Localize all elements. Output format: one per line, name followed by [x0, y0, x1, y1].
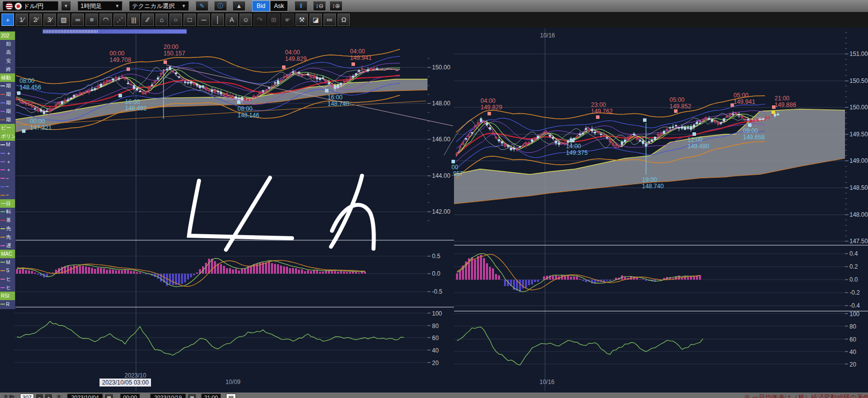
legend-item: 安	[0, 56, 15, 65]
draw-pencil-button[interactable]: ✎	[196, 1, 208, 11]
legend-color-dash	[0, 153, 5, 154]
calendar-from-button[interactable]: ▦	[104, 394, 114, 398]
legend-item: 始	[0, 40, 15, 48]
tool-parallel-lines[interactable]: ═	[72, 13, 84, 26]
info-button[interactable]: ⓘ	[214, 1, 227, 11]
zoom-out-button[interactable]: ↕ ⊖	[313, 1, 326, 11]
drawing-toolbar: ＋1∕2∕3∕▨═≡◠⋰|||∕∕⌂○□─│A☺↷⊞☛⚒◪≔Ω	[0, 12, 868, 27]
legend-item: 高	[0, 48, 15, 57]
legend-group-header: 202	[0, 31, 15, 40]
us-flag-icon	[6, 2, 13, 10]
tool-icon-stamp[interactable]: ☺	[240, 13, 252, 26]
tool-ruler[interactable]: ▨	[58, 13, 70, 26]
tool-settings-list[interactable]: ≔	[324, 13, 336, 26]
bar-unit-label: 本	[56, 394, 62, 398]
tool-magnet[interactable]: Ω	[338, 13, 350, 26]
tool-circle[interactable]: ○	[170, 13, 182, 26]
tool-pentagon[interactable]: ⌂	[156, 13, 168, 26]
legend-group-header: 一目	[0, 199, 15, 208]
chart-scrollbar[interactable]	[42, 29, 187, 34]
tool-multi-lines[interactable]: ≡	[86, 13, 98, 26]
legend-item: −	[0, 191, 15, 199]
tool-vertical-line[interactable]: │	[212, 13, 224, 26]
main-toolbar: ドル/円 ▼ 1時間足 ▼ テクニカル選択 ▼ ✎ ⓘ ▲ Bid Ask ‖	[0, 0, 868, 12]
legend-item: ＋	[0, 149, 15, 157]
count-decrement-button[interactable]: −	[36, 394, 44, 398]
time-to-input[interactable]: 21:00	[201, 394, 221, 398]
left-chart-region[interactable]	[14, 27, 454, 393]
currency-pair-selector[interactable]: ドル/円	[2, 1, 58, 11]
tool-crosshair[interactable]: ＋	[2, 13, 14, 26]
legend-color-dash	[0, 102, 5, 103]
legend-group-header: ポリン	[0, 132, 15, 141]
legend-item: 期	[0, 107, 15, 115]
doc-button[interactable]: ▤	[226, 394, 236, 398]
legend-item: S	[0, 266, 15, 275]
tool-rectangle[interactable]: □	[184, 13, 196, 26]
tool-fan-arc[interactable]: ◠	[100, 13, 112, 26]
tool-horizontal-line[interactable]: ─	[198, 13, 210, 26]
legend-item: 期	[0, 98, 15, 107]
tool-copy[interactable]: ⊞	[268, 13, 280, 26]
copyright-disclaimer: ※ 一目均衡表は（株）経済変動総研の著作物です	[744, 393, 868, 398]
legend-item: 転	[0, 208, 15, 216]
legend-color-dash	[0, 237, 5, 238]
tool-vertical-grid[interactable]: |||	[128, 13, 140, 26]
legend-group-header: MAC	[0, 250, 15, 258]
tool-trendline-1[interactable]: 1∕	[16, 13, 28, 26]
chevron-down-icon: ▼	[115, 3, 120, 8]
bid-ask-toggle: Bid Ask	[252, 0, 288, 11]
candle-display-button[interactable]: ‖	[294, 1, 308, 11]
legend-item: −	[0, 174, 15, 183]
timeframe-selector[interactable]: 1時間足 ▼	[78, 1, 122, 11]
bid-button[interactable]: Bid	[252, 0, 270, 11]
timeframe-label: 1時間足	[80, 2, 102, 10]
legend-item: ＋	[0, 157, 15, 166]
tool-fibonacci-fan[interactable]: ∕∕	[142, 13, 154, 26]
legend-color-dash	[0, 270, 5, 271]
zoom-in-button[interactable]: ↕ ⊕	[330, 1, 342, 11]
date-to-input[interactable]: 2023/10/19	[150, 394, 186, 398]
legend-color-dash	[0, 186, 5, 187]
bar-count-input[interactable]: 307	[20, 394, 34, 398]
legend-color-dash	[0, 220, 5, 221]
legend-color-dash	[0, 279, 5, 280]
tool-hand[interactable]: ☛	[282, 13, 294, 26]
chart-style-button[interactable]: ▲	[232, 1, 246, 11]
technical-selector[interactable]: テクニカル選択 ▼	[129, 1, 189, 11]
currency-pair-label: ドル/円	[24, 2, 44, 10]
legend-item: ヒ	[0, 275, 15, 283]
chevron-down-icon: ▼	[182, 3, 186, 8]
tool-eraser[interactable]: ◪	[310, 13, 322, 26]
legend-item: ＋	[0, 166, 15, 174]
pair-dropdown-button[interactable]: ▼	[61, 1, 71, 11]
time-from-input[interactable]: 00:00	[120, 394, 140, 398]
zoom-in-icon: ⊕	[335, 2, 340, 9]
legend-item: −	[0, 182, 15, 191]
tool-rotate[interactable]: ↷	[254, 13, 266, 26]
tool-text[interactable]: A	[226, 13, 238, 26]
legend-color-dash	[0, 85, 5, 86]
legend-item: 期	[0, 90, 15, 99]
legend-color-dash	[0, 161, 5, 162]
tool-wrench[interactable]: ⚒	[296, 13, 308, 26]
ask-button[interactable]: Ask	[270, 0, 288, 11]
legend-color-dash	[0, 144, 5, 145]
calendar-to-button[interactable]: ▦	[188, 394, 196, 398]
candlestick-icon: ‖	[300, 2, 302, 9]
legend-item: 終	[0, 65, 15, 73]
date-from-input[interactable]: 2023/10/04	[67, 394, 103, 398]
legend-group-header: RSI	[0, 292, 15, 300]
legend-item: 基	[0, 216, 15, 225]
tool-trendline-3[interactable]: 3∕	[44, 13, 56, 26]
mountain-icon: ▲	[236, 2, 242, 9]
legend-color-dash	[0, 287, 5, 288]
legend-group-header: 移動	[0, 73, 15, 82]
legend-color-dash	[0, 228, 5, 229]
tool-trendline-2[interactable]: 2∕	[30, 13, 42, 26]
fx-trading-app: { "toolbar1": { "pair": "ドル/円", "timefra…	[0, 0, 868, 398]
count-increment-button[interactable]: ＋	[44, 394, 52, 398]
tool-speed-lines[interactable]: ⋰	[114, 13, 126, 26]
legend-color-dash	[0, 211, 5, 212]
right-chart-region[interactable]	[454, 27, 868, 393]
